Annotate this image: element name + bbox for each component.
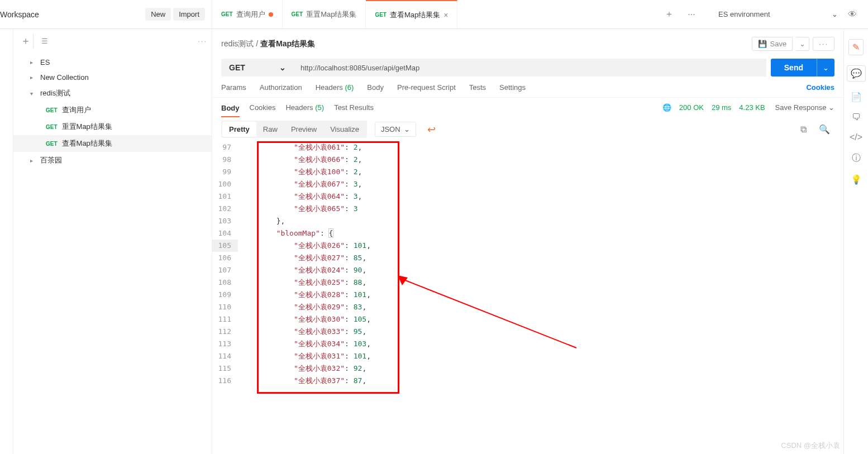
url-value: http://localhost:8085/user/api/getMap [301,64,419,72]
response-tab-testresults[interactable]: Test Results [334,103,374,112]
send-dropdown[interactable]: ⌄ [817,59,834,77]
sidebar-collection[interactable]: ▾redis测试 [13,85,212,102]
save-response-button[interactable]: Save Response ⌄ [775,103,834,112]
cookies-link[interactable]: Cookies [806,83,834,92]
documentation-icon[interactable]: 📄 [851,92,862,102]
sidebar-collection[interactable]: ▸New Collection [13,70,212,85]
sidebar-filter[interactable]: ☰ [37,34,187,48]
comments-icon[interactable]: 💬 [847,65,866,82]
sidebar-request[interactable]: GET查询用户 [13,102,212,118]
workspace-title: Workspace [0,10,39,19]
code-line: 114 "全栈小袁031": 101, [212,350,843,362]
request-tab[interactable]: GET查看Map结果集× [366,0,457,28]
tab-title: 查看Map结果集 [390,10,440,20]
save-dropdown[interactable]: ⌄ [796,37,809,51]
response-tab-cookies[interactable]: Cookies [250,103,276,112]
code-line: 110 "全栈小袁029": 83, [212,301,843,313]
response-tab-body[interactable]: Body [221,104,240,117]
collection-name: 百茶园 [40,155,62,165]
copy-icon[interactable]: ⧉ [796,122,811,137]
close-icon[interactable]: × [443,11,448,20]
tips-icon[interactable]: 💡 [851,174,862,185]
view-visualize[interactable]: Visualize [323,122,366,137]
code-snippet-icon[interactable]: </> [850,132,862,142]
code-line: 111 "全栈小袁030": 105, [212,313,843,326]
environment-selector[interactable]: ES environment ⌄ [714,8,842,21]
view-pretty[interactable]: Pretty [222,122,256,137]
tab-prerequest[interactable]: Pre-request Script [397,83,456,92]
sidebar-new-button[interactable]: ＋ [18,34,34,48]
code-line: 100 "全栈小袁067": 3, [212,178,843,190]
code-line: 99 "全栈小袁100": 2, [212,166,843,178]
request-tabs: GET查询用户GET重置Map结果集GET查看Map结果集× [212,0,658,28]
view-preview[interactable]: Preview [284,122,323,137]
chevron-down-icon: ⌄ [404,125,410,133]
sidebar-request[interactable]: GET重置Map结果集 [13,118,212,135]
line-wrap-toggle[interactable]: ↩ [424,122,439,137]
top-bar: Workspace New Import GET查询用户GET重置Map结果集G… [0,0,868,29]
code-line: 103 }, [212,215,843,227]
network-icon[interactable]: 🌐 [662,103,671,112]
method-selector[interactable]: GET ⌄ [221,59,294,77]
code-line: 105 "全栈小袁026": 101, [212,240,843,252]
method-value: GET [229,63,245,72]
tab-headers[interactable]: Headers (6) [316,83,354,92]
request-options[interactable]: ··· [813,37,834,51]
sidebar-collection[interactable]: ▸ES [13,55,212,70]
collection-name: ES [40,58,50,66]
sidebar-collection[interactable]: ▸百茶园 [13,152,212,169]
new-tab-button[interactable]: ＋ [658,0,680,28]
sidebar-options[interactable]: ··· [190,37,207,45]
main: redis测试 / 查看Map结果集 💾 Save ⌄ ··· GET ⌄ ht… [212,29,843,454]
method-label: GET [46,141,58,147]
sidebar-rail [0,29,13,454]
response-tab-headers[interactable]: Headers (5) [285,103,324,112]
chevron-right-icon: ▸ [30,74,36,80]
breadcrumb-folder[interactable]: redis测试 [221,39,254,48]
request-tab[interactable]: GET重置Map结果集 [283,0,366,28]
sidebar-request[interactable]: GET查看Map结果集 [13,135,212,152]
comment-icon[interactable]: 🗨 [852,112,861,122]
code-line: 101 "全栈小袁064": 3, [212,190,843,203]
filter-icon: ☰ [41,37,48,45]
tabs-options[interactable]: ··· [680,0,703,28]
method-label: GET [46,107,58,113]
code-line: 102 "全栈小袁065": 3 [212,203,843,215]
search-icon[interactable]: 🔍 [814,122,834,137]
method-label: GET [221,11,233,17]
import-button[interactable]: Import [173,8,205,21]
code-line: 107 "全栈小袁024": 90, [212,264,843,276]
tab-settings[interactable]: Settings [499,83,526,92]
chevron-right-icon: ▸ [30,157,36,164]
code-line: 116 "全栈小袁037": 87, [212,375,843,387]
url-input[interactable]: http://localhost:8085/user/api/getMap [294,59,766,77]
info-icon[interactable]: ⓘ [852,152,861,164]
new-button[interactable]: New [145,8,171,21]
tab-tests[interactable]: Tests [469,83,486,92]
view-raw[interactable]: Raw [256,122,284,137]
tab-authorization[interactable]: Authorization [260,83,302,92]
request-name: 重置Map结果集 [62,122,112,132]
method-label: GET [46,124,58,130]
tab-body[interactable]: Body [367,83,384,92]
send-button[interactable]: Send [771,59,817,77]
save-button[interactable]: 💾 Save [752,37,793,51]
chevron-right-icon: ▸ [30,59,36,65]
sidebar: ＋ ☰ ··· ▸ES▸New Collection▾redis测试GET查询用… [0,29,212,454]
response-time: 29 ms [712,103,731,112]
environment-name: ES environment [718,10,770,18]
tab-params[interactable]: Params [221,83,246,92]
response-status: 200 OK [679,103,704,112]
method-label: GET [292,11,303,17]
docs-icon[interactable]: ✎ [848,39,864,55]
format-selector[interactable]: JSON ⌄ [375,122,416,137]
code-line: 104 "bloomMap": { [212,227,843,240]
code-line: 113 "全栈小袁034": 103, [212,338,843,350]
collection-tree: ▸ES▸New Collection▾redis测试GET查询用户GET重置Ma… [13,52,212,171]
code-line: 97 "全栈小袁061": 2, [212,141,843,154]
request-tab[interactable]: GET查询用户 [212,0,283,28]
response-meta: 🌐 200 OK 29 ms 4.23 KB [662,103,765,112]
code-line: 115 "全栈小袁032": 92, [212,362,843,375]
code-line: 106 "全栈小袁027": 85, [212,252,843,264]
environment-quicklook-icon[interactable]: 👁 [848,9,857,20]
